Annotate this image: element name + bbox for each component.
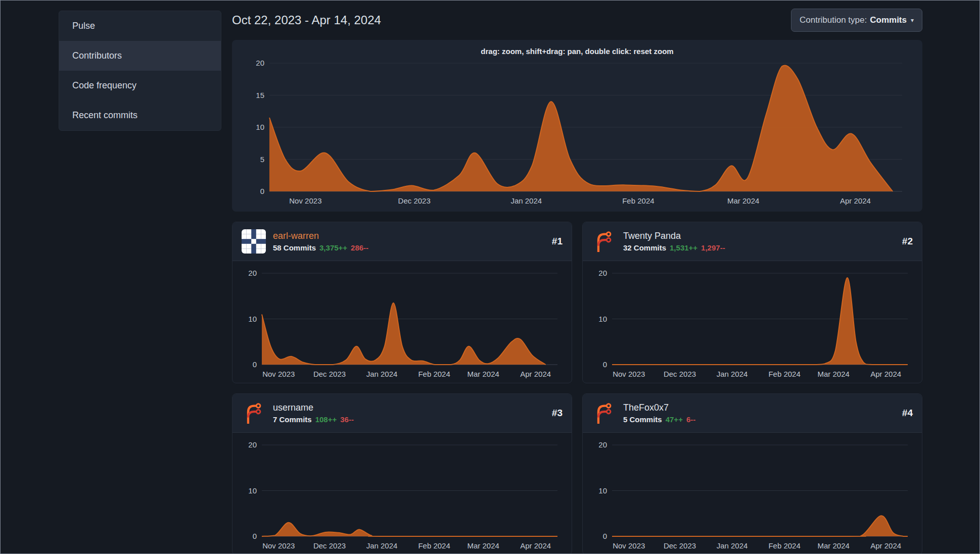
deletions-count: 286-- xyxy=(351,243,368,252)
svg-text:Nov 2023: Nov 2023 xyxy=(262,541,295,550)
contributor-card-body: 01020Nov 2023Dec 2023Jan 2024Feb 2024Mar… xyxy=(232,261,572,383)
content-header: Oct 22, 2023 - Apr 14, 2024 Contribution… xyxy=(232,8,922,33)
svg-text:Dec 2023: Dec 2023 xyxy=(664,541,696,550)
svg-text:10: 10 xyxy=(248,315,257,323)
additions-count: 108++ xyxy=(315,415,337,424)
svg-text:Jan 2024: Jan 2024 xyxy=(717,541,748,550)
contributor-card: username 7 Commits108++36-- #3 01020Nov … xyxy=(232,393,572,554)
svg-text:Feb 2024: Feb 2024 xyxy=(622,196,654,205)
contributor-stats: 5 Commits47++6-- xyxy=(623,415,895,424)
contributor-cards-grid: earl-warren 58 Commits3,375++286-- #1 01… xyxy=(232,222,922,554)
deletions-count: 6-- xyxy=(686,415,695,424)
contribution-type-value: Commits xyxy=(870,15,907,25)
svg-text:Feb 2024: Feb 2024 xyxy=(418,541,450,550)
overall-commits-chart-panel: drag: zoom, shift+drag: pan, double clic… xyxy=(232,40,922,212)
svg-text:Dec 2023: Dec 2023 xyxy=(313,370,346,378)
contributor-card-body: 01020Nov 2023Dec 2023Jan 2024Feb 2024Mar… xyxy=(232,433,572,554)
avatar-forgejo-logo xyxy=(592,229,616,254)
svg-text:20: 20 xyxy=(598,269,607,277)
svg-text:0: 0 xyxy=(603,532,607,540)
contributor-title: Twenty Panda 32 Commits1,531++1,297-- xyxy=(623,231,895,252)
svg-text:Jan 2024: Jan 2024 xyxy=(366,370,398,378)
main-content: Oct 22, 2023 - Apr 14, 2024 Contribution… xyxy=(232,1,922,554)
svg-text:Mar 2024: Mar 2024 xyxy=(727,196,759,205)
contributor-card-header: earl-warren 58 Commits3,375++286-- #1 xyxy=(232,222,572,261)
svg-text:0: 0 xyxy=(253,532,257,540)
contributor-rank: #4 xyxy=(902,408,913,419)
contributor-name: username xyxy=(273,402,545,413)
svg-text:20: 20 xyxy=(598,440,607,449)
svg-text:Nov 2023: Nov 2023 xyxy=(613,370,645,378)
additions-count: 47++ xyxy=(666,415,683,424)
svg-text:0: 0 xyxy=(260,187,264,195)
contributor-title: earl-warren 58 Commits3,375++286-- xyxy=(273,231,545,252)
svg-text:10: 10 xyxy=(598,486,607,495)
chevron-down-icon: ▾ xyxy=(911,17,914,24)
svg-text:20: 20 xyxy=(248,440,257,449)
contributor-card-header: Twenty Panda 32 Commits1,531++1,297-- #2 xyxy=(583,222,922,261)
contributor-card-body: 01020Nov 2023Dec 2023Jan 2024Feb 2024Mar… xyxy=(583,261,922,383)
svg-text:20: 20 xyxy=(248,269,257,277)
svg-text:Mar 2024: Mar 2024 xyxy=(468,541,499,550)
avatar-forgejo-logo xyxy=(242,401,266,425)
svg-text:Dec 2023: Dec 2023 xyxy=(313,541,346,550)
contributor-name[interactable]: earl-warren xyxy=(273,231,545,241)
svg-text:Feb 2024: Feb 2024 xyxy=(418,370,450,378)
contributor-chart[interactable]: 01020Nov 2023Dec 2023Jan 2024Feb 2024Mar… xyxy=(239,267,565,381)
activity-nav: Pulse Contributors Code frequency Recent… xyxy=(59,11,221,131)
contributor-card: earl-warren 58 Commits3,375++286-- #1 01… xyxy=(232,222,572,383)
svg-text:Mar 2024: Mar 2024 xyxy=(818,370,850,378)
svg-text:Nov 2023: Nov 2023 xyxy=(262,370,295,378)
contributor-title: TheFox0x7 5 Commits47++6-- xyxy=(623,402,895,424)
sidebar-item-code-frequency[interactable]: Code frequency xyxy=(59,71,221,100)
svg-text:20: 20 xyxy=(256,59,264,67)
contributor-chart[interactable]: 01020Nov 2023Dec 2023Jan 2024Feb 2024Mar… xyxy=(589,439,915,552)
commit-count: 7 Commits xyxy=(273,415,312,424)
deletions-count: 1,297-- xyxy=(701,243,725,252)
svg-text:Apr 2024: Apr 2024 xyxy=(520,370,551,378)
svg-text:Nov 2023: Nov 2023 xyxy=(289,196,321,205)
commit-count: 5 Commits xyxy=(623,415,662,424)
svg-text:Feb 2024: Feb 2024 xyxy=(768,541,800,550)
svg-text:10: 10 xyxy=(256,123,264,131)
sidebar-item-pulse[interactable]: Pulse xyxy=(59,11,221,41)
contribution-type-dropdown[interactable]: Contribution type:Commits ▾ xyxy=(791,9,922,32)
sidebar-item-contributors[interactable]: Contributors xyxy=(59,41,221,71)
svg-text:Feb 2024: Feb 2024 xyxy=(768,370,800,378)
contribution-type-label: Contribution type: xyxy=(800,15,867,25)
contributor-chart[interactable]: 01020Nov 2023Dec 2023Jan 2024Feb 2024Mar… xyxy=(239,439,565,552)
svg-text:Jan 2024: Jan 2024 xyxy=(717,370,748,378)
svg-text:15: 15 xyxy=(256,91,264,99)
svg-text:5: 5 xyxy=(260,155,264,164)
contributor-name: TheFox0x7 xyxy=(623,402,895,413)
svg-text:0: 0 xyxy=(603,360,607,369)
overall-commits-chart[interactable]: 05101520Nov 2023Dec 2023Jan 2024Feb 2024… xyxy=(244,57,910,209)
svg-text:Dec 2023: Dec 2023 xyxy=(664,370,696,378)
contributor-chart[interactable]: 01020Nov 2023Dec 2023Jan 2024Feb 2024Mar… xyxy=(589,267,915,381)
commit-count: 32 Commits xyxy=(623,243,666,252)
svg-text:Jan 2024: Jan 2024 xyxy=(366,541,398,550)
contributor-card: Twenty Panda 32 Commits1,531++1,297-- #2… xyxy=(582,222,922,383)
date-range-title: Oct 22, 2023 - Apr 14, 2024 xyxy=(232,13,381,27)
contributor-stats: 7 Commits108++36-- xyxy=(273,415,545,424)
contributor-card: TheFox0x7 5 Commits47++6-- #4 01020Nov 2… xyxy=(582,393,922,554)
contributor-card-header: TheFox0x7 5 Commits47++6-- #4 xyxy=(583,394,922,433)
sidebar-item-recent-commits[interactable]: Recent commits xyxy=(59,100,221,130)
additions-count: 1,531++ xyxy=(670,243,697,252)
svg-text:Apr 2024: Apr 2024 xyxy=(870,541,901,550)
svg-text:10: 10 xyxy=(598,315,607,323)
additions-count: 3,375++ xyxy=(319,243,347,252)
contributor-title: username 7 Commits108++36-- xyxy=(273,402,545,424)
svg-text:Apr 2024: Apr 2024 xyxy=(840,196,871,205)
contributor-rank: #2 xyxy=(902,236,913,247)
avatar-identicon xyxy=(242,229,266,254)
contributor-rank: #1 xyxy=(552,236,563,247)
commit-count: 58 Commits xyxy=(273,243,316,252)
svg-text:0: 0 xyxy=(253,360,257,369)
contributor-name: Twenty Panda xyxy=(623,231,895,241)
contributor-card-header: username 7 Commits108++36-- #3 xyxy=(232,394,572,433)
svg-text:Dec 2023: Dec 2023 xyxy=(398,196,431,205)
contributor-stats: 32 Commits1,531++1,297-- xyxy=(623,243,895,252)
svg-text:Jan 2024: Jan 2024 xyxy=(510,196,542,205)
avatar-forgejo-logo xyxy=(592,401,616,425)
